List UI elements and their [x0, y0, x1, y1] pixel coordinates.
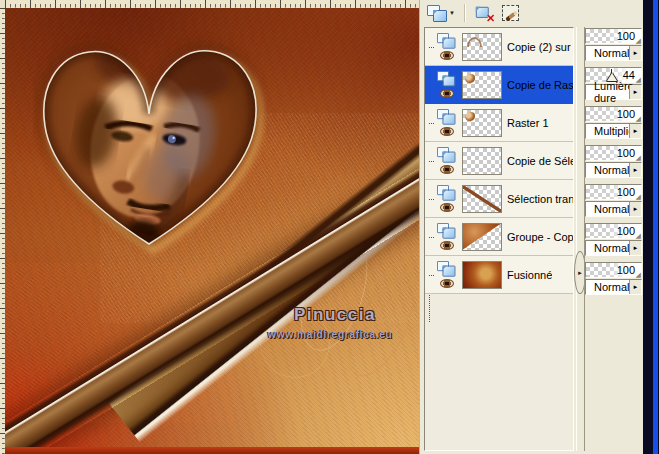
- visibility-eye-icon[interactable]: [440, 89, 454, 98]
- collapse-arrow-icon: ►: [577, 270, 583, 276]
- dropdown-arrow-icon[interactable]: ►: [629, 280, 641, 294]
- layer-properties: 100 ◢ Normal ►: [585, 262, 642, 295]
- window-background-strip: [643, 0, 653, 454]
- layer-name: Copie (2) sur Sélec: [507, 41, 573, 53]
- layer-properties: 100 ◢ Normal ►: [585, 223, 642, 256]
- layer-name: Copie de Sélection: [507, 155, 573, 167]
- opacity-value: 100: [617, 186, 635, 198]
- visibility-eye-icon[interactable]: [440, 51, 454, 60]
- new-layer-button[interactable]: ▼: [425, 1, 457, 25]
- layer-type-icon: [437, 33, 455, 49]
- dropdown-arrow-icon[interactable]: ►: [629, 46, 641, 60]
- layer-row-raster-1[interactable]: Raster 1: [425, 104, 573, 142]
- opacity-slider[interactable]: 100 ◢: [585, 223, 642, 239]
- artwork-canvas[interactable]: Pinuccia www.maidiregrafica.eu: [5, 8, 419, 454]
- layer-type-icon: [437, 223, 455, 239]
- resize-grip-icon: ◢: [636, 115, 641, 122]
- visibility-eye-icon[interactable]: [440, 203, 454, 212]
- dropdown-arrow-icon[interactable]: ►: [629, 163, 641, 177]
- opacity-value: 100: [617, 147, 635, 159]
- layer-name: Copie de Raster 1: [507, 79, 573, 91]
- heart-portrait-graphic: [33, 18, 267, 258]
- opacity-slider[interactable]: 100 ◢: [585, 184, 642, 200]
- layer-list: Copie (2) sur Sélec Copie de Raster 1: [424, 27, 574, 451]
- layer-thumbnail: [462, 71, 502, 99]
- dropdown-arrow-icon[interactable]: ►: [629, 241, 641, 255]
- blend-mode-dropdown[interactable]: Lumière dure ►: [585, 84, 642, 100]
- app-window: Pinuccia www.maidiregrafica.eu ▼ ✕: [0, 0, 659, 454]
- layer-row-groupe-copie-de[interactable]: Groupe - Copie de: [425, 218, 573, 256]
- layer-properties: 100 ◢ Normal ►: [585, 184, 642, 217]
- dropdown-arrow-icon[interactable]: ►: [629, 85, 641, 99]
- edit-selection-button[interactable]: [500, 1, 521, 25]
- delete-layer-button[interactable]: ✕: [472, 1, 496, 25]
- layer-name: Fusionné: [507, 269, 552, 281]
- palette-toolbar: ▼ ✕: [420, 0, 643, 26]
- blend-mode-dropdown[interactable]: Normal ►: [585, 201, 642, 217]
- visibility-eye-icon[interactable]: [440, 165, 454, 174]
- blend-mode-value: Normal: [594, 47, 629, 59]
- layer-row-copie-de-selection[interactable]: Copie de Sélection: [425, 142, 573, 180]
- blend-mode-dropdown[interactable]: Multiplier ►: [585, 123, 642, 139]
- visibility-eye-icon[interactable]: [440, 127, 454, 136]
- opacity-value: 100: [617, 30, 635, 42]
- layer-name: Raster 1: [507, 117, 549, 129]
- dropdown-arrow-icon[interactable]: ►: [629, 124, 641, 138]
- layer-type-icon: [437, 185, 455, 201]
- layer-name: Groupe - Copie de: [507, 231, 573, 243]
- opacity-slider[interactable]: 100 ◢: [585, 262, 642, 278]
- opacity-slider[interactable]: 100 ◢: [585, 106, 642, 122]
- blend-mode-dropdown[interactable]: Normal ►: [585, 45, 642, 61]
- toolbar-divider: [464, 4, 465, 22]
- layer-row-fusionne[interactable]: Fusionné: [425, 256, 573, 294]
- blend-mode-dropdown[interactable]: Normal ►: [585, 240, 642, 256]
- blend-mode-dropdown[interactable]: Normal ►: [585, 279, 642, 295]
- dropdown-arrow-icon[interactable]: ►: [629, 202, 641, 216]
- resize-grip-icon: ◢: [636, 37, 641, 44]
- layer-thumbnail: [462, 33, 502, 61]
- layer-properties-panel: 100 ◢ Normal ► 44 ◢ Lumière dure ►: [584, 27, 642, 451]
- ruler-top: [5, 0, 419, 8]
- layer-type-icon: [437, 147, 455, 163]
- blend-mode-value: Normal: [594, 281, 629, 293]
- opacity-value: 100: [617, 264, 635, 276]
- opacity-value: 100: [617, 225, 635, 237]
- signature-text: Pinuccia: [235, 305, 419, 325]
- layer-properties: 44 ◢ Lumière dure ►: [585, 67, 642, 100]
- blend-mode-value: Normal: [594, 242, 629, 254]
- opacity-slider[interactable]: 100 ◢: [585, 28, 642, 44]
- new-layer-icon: [427, 5, 447, 22]
- visibility-eye-icon[interactable]: [440, 241, 454, 250]
- resize-grip-icon: ◢: [636, 193, 641, 200]
- layer-thumbnail: [462, 185, 502, 213]
- layer-row-selection-transformee[interactable]: Sélection transform: [425, 180, 573, 218]
- layer-thumbnail: [462, 147, 502, 175]
- chevron-down-icon: ▼: [449, 10, 455, 16]
- blend-mode-value: Normal: [594, 203, 629, 215]
- panel-splitter[interactable]: ►: [576, 27, 583, 451]
- opacity-value: 100: [617, 108, 635, 120]
- resize-grip-icon: ◢: [636, 271, 641, 278]
- layer-properties: 100 ◢ Normal ►: [585, 145, 642, 178]
- image-canvas-panel: Pinuccia www.maidiregrafica.eu: [0, 0, 419, 454]
- layer-thumbnail: [462, 261, 502, 289]
- opacity-slider[interactable]: 100 ◢: [585, 145, 642, 161]
- resize-grip-icon: ◢: [636, 154, 641, 161]
- resize-grip-icon: ◢: [636, 232, 641, 239]
- layers-palette: ▼ ✕: [419, 0, 643, 454]
- layer-type-icon: [437, 109, 455, 125]
- layer-properties: 100 ◢ Normal ►: [585, 28, 642, 61]
- layer-thumbnail: [462, 223, 502, 251]
- watermark-text: www.maidiregrafica.eu: [223, 328, 419, 340]
- edit-selection-icon: [502, 5, 519, 21]
- layer-thumbnail: [462, 109, 502, 137]
- layer-name: Sélection transform: [507, 193, 573, 205]
- layer-properties: 100 ◢ Multiplier ►: [585, 106, 642, 139]
- layer-row-copie-de-raster-1[interactable]: Copie de Raster 1: [425, 66, 573, 104]
- blend-mode-value: Normal: [594, 164, 629, 176]
- visibility-eye-icon[interactable]: [440, 279, 454, 288]
- delete-layer-icon: ✕: [474, 5, 492, 21]
- blend-mode-dropdown[interactable]: Normal ►: [585, 162, 642, 178]
- layer-row-copie-2-sur-selection[interactable]: Copie (2) sur Sélec: [425, 28, 573, 66]
- layer-type-icon: [437, 71, 455, 87]
